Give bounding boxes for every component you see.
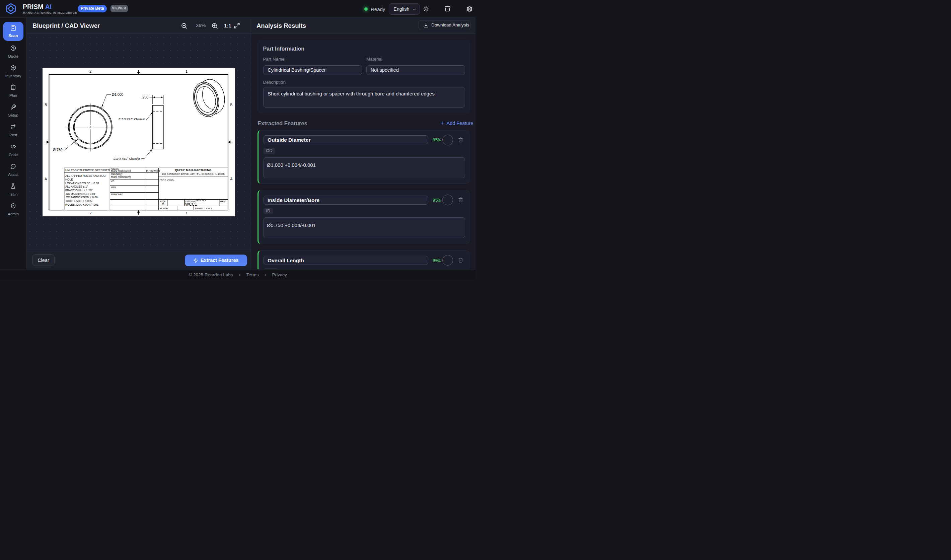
svg-text:UNLESS OTHERWISE SPECIFIED: UNLESS OTHERWISE SPECIFIED (65, 168, 110, 172)
svg-text:A: A (230, 177, 233, 181)
svg-text:233 S WACKER DRIVE, 44TH FL. C: 233 S WACKER DRIVE, 44TH FL. CHICAGO, IL… (162, 172, 225, 175)
svg-text:PART DESC.: PART DESC. (160, 178, 175, 181)
svg-text:11/10/2023: 11/10/2023 (146, 170, 160, 173)
svg-text:.XX MACHINING ± 0.01: .XX MACHINING ± 0.01 (65, 192, 95, 195)
svg-text:2: 2 (90, 69, 92, 73)
svg-text:HOLES: DIA. +.004 / -.001: HOLES: DIA. +.004 / -.001 (65, 203, 98, 206)
svg-text:QA: QA (111, 180, 114, 182)
svg-text:2: 2 (90, 211, 92, 215)
svg-text:Ø.750: Ø.750 (53, 148, 63, 152)
svg-text:ALL TAPPED HOLES AND BOLT: ALL TAPPED HOLES AND BOLT (65, 174, 107, 177)
svg-text:.010 X 45.0° Chamfer: .010 X 45.0° Chamfer (113, 157, 140, 160)
svg-text:ENGINEER: ENGINEER (111, 173, 123, 175)
svg-text:Ø1.000: Ø1.000 (112, 92, 123, 97)
svg-text:WCC1: WCC1 (185, 202, 197, 207)
svg-text:B: B (230, 103, 233, 107)
svg-text:MFG: MFG (111, 186, 116, 189)
svg-text:ALL ANGLES ± 1°: ALL ANGLES ± 1° (65, 185, 88, 188)
svg-text:.250: .250 (142, 95, 149, 99)
svg-text:LOCATIONS TO BE ± 0.03: LOCATIONS TO BE ± 0.03 (65, 182, 99, 185)
svg-text:HOLE: HOLE (65, 178, 73, 182)
svg-text:QUEUE MANUFACTURING: QUEUE MANUFACTURING (175, 168, 212, 172)
svg-text:.010 X 45.0° Chamfer: .010 X 45.0° Chamfer (118, 118, 145, 121)
svg-text:Mark Villanueva: Mark Villanueva (111, 170, 131, 173)
svg-text:SCALE: SCALE (160, 207, 168, 210)
svg-text:.XXX PLACE ± 0.005: .XXX PLACE ± 0.005 (65, 199, 92, 203)
svg-text:A: A (45, 177, 47, 181)
svg-text:1: 1 (186, 69, 188, 73)
svg-text:1: 1 (186, 211, 188, 215)
svg-text:A: A (162, 202, 165, 207)
svg-text:.XX FABRICATION ± 0.06: .XX FABRICATION ± 0.06 (65, 196, 98, 199)
svg-text:SHEET 1 OF 1: SHEET 1 OF 1 (195, 207, 212, 210)
svg-text:STK NO.: STK NO. (196, 199, 206, 202)
svg-text:APPROVED: APPROVED (111, 193, 123, 195)
svg-text:FRACTIONAL ± 1/16": FRACTIONAL ± 1/16" (65, 189, 92, 192)
svg-text:REV: REV (220, 200, 226, 203)
svg-text:B: B (45, 103, 47, 107)
svg-text:Mark Villanueva: Mark Villanueva (111, 175, 131, 179)
